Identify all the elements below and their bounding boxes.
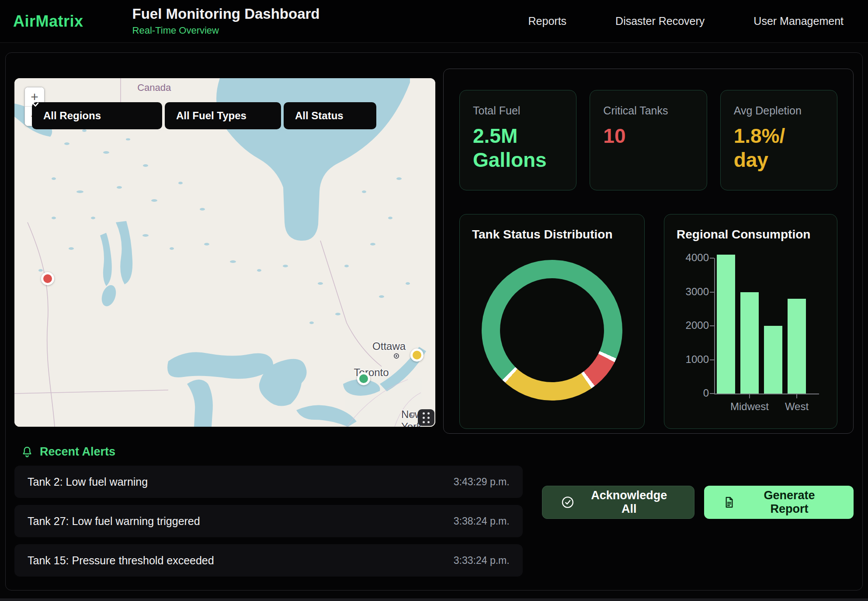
tank-status-card: Tank Status Distribution [459, 214, 645, 429]
alerts-list: Tank 2: Low fuel warning3:43:29 p.m.Tank… [14, 459, 523, 577]
filter-label: All Regions [43, 110, 101, 122]
nav-item-disaster-recovery[interactable]: Disaster Recovery [615, 15, 705, 28]
alert-row[interactable]: Tank 15: Pressure threshold exceeded3:33… [14, 544, 523, 577]
filter-label: All Status [295, 110, 344, 122]
tank-marker-normal[interactable] [357, 372, 370, 385]
y-axis-tick-mark [710, 325, 714, 326]
x-axis-tick-mark [749, 394, 750, 398]
stats-row: Total Fuel2.5M GallonsCritical Tanks10Av… [459, 90, 837, 190]
bar-region-3 [764, 326, 782, 394]
alert-timestamp: 3:43:29 p.m. [454, 476, 510, 488]
title-block: Fuel Monitoring Dashboard Real-Time Over… [132, 6, 320, 36]
bell-icon [21, 446, 34, 459]
generate-report-label: Generate Report [743, 489, 835, 516]
y-axis-tick-label: 3000 [681, 286, 709, 298]
donut-hole [500, 278, 604, 382]
page-subtitle: Real-Time Overview [132, 25, 320, 36]
stat-label: Total Fuel [473, 104, 563, 117]
y-axis-tick-label: 0 [681, 387, 709, 399]
city-icon [410, 413, 414, 417]
y-axis-tick-label: 2000 [681, 319, 709, 332]
alert-message: Tank 27: Low fuel warning triggered [28, 515, 200, 528]
map-label-canada: Canada [137, 82, 171, 93]
stat-card-critical-tanks: Critical Tanks10 [590, 90, 707, 190]
tank-marker-critical[interactable] [41, 272, 54, 285]
stat-value: 1.8%/ day [734, 124, 824, 172]
fuel-map[interactable]: + − All RegionsAll Fuel TypesAll Status … [14, 78, 435, 427]
bar-midwest [740, 292, 759, 394]
alert-row[interactable]: Tank 27: Low fuel warning triggered3:38:… [14, 505, 523, 537]
nav-item-user-management[interactable]: User Management [753, 15, 844, 28]
acknowledge-all-label: Acknowledge All [582, 489, 676, 516]
y-axis-tick-mark [710, 292, 714, 293]
acknowledge-all-button[interactable]: Acknowledge All [542, 486, 694, 519]
alert-row[interactable]: Tank 2: Low fuel warning3:43:29 p.m. [14, 466, 523, 498]
filter-dropdown-all-status[interactable]: All Status [284, 102, 376, 129]
stat-card-avg-depletion: Avg Depletion1.8%/ day [720, 90, 837, 190]
y-axis-tick-mark [710, 393, 714, 394]
map-filters: All RegionsAll Fuel TypesAll Status [32, 102, 376, 129]
window-bottom-strip [0, 598, 868, 601]
check-circle-icon [561, 495, 575, 509]
nav-item-reports[interactable]: Reports [528, 15, 567, 28]
filter-dropdown-all-fuel-types[interactable]: All Fuel Types [165, 102, 281, 129]
alert-timestamp: 3:38:24 p.m. [454, 515, 510, 527]
stat-value: 10 [603, 124, 693, 148]
alert-timestamp: 3:33:24 p.m. [454, 555, 510, 566]
alerts-heading-label: Recent Alerts [40, 445, 115, 459]
page-title: Fuel Monitoring Dashboard [132, 6, 320, 22]
x-axis-tick-label: West [785, 401, 809, 413]
recent-alerts-section: Recent Alerts Tank 2: Low fuel warning3:… [14, 445, 854, 577]
regional-consumption-card: Regional Consumption 01000200030004000Mi… [664, 214, 837, 429]
filter-label: All Fuel Types [176, 110, 247, 122]
map-label-ottawa: Ottawa [372, 340, 406, 352]
stat-card-total-fuel: Total Fuel2.5M Gallons [459, 90, 576, 190]
resize-drag-handle[interactable] [418, 409, 434, 426]
alerts-heading: Recent Alerts [14, 445, 854, 459]
alert-message: Tank 15: Pressure threshold exceeded [28, 554, 214, 567]
donut-chart-title: Tank Status Distribution [472, 228, 632, 242]
alert-message: Tank 2: Low fuel warning [28, 476, 148, 488]
regional-consumption-bar-chart: 01000200030004000MidwestWest [714, 267, 822, 411]
report-document-icon [722, 496, 736, 509]
main-container: + − All RegionsAll Fuel TypesAll Status … [5, 52, 863, 591]
main-nav: ReportsDisaster RecoveryUser Management [528, 15, 844, 28]
town-icon [394, 353, 399, 359]
filter-dropdown-all-regions[interactable]: All Regions [32, 102, 162, 129]
x-axis-tick-label: Midwest [730, 401, 769, 413]
y-axis-tick-label: 1000 [681, 353, 709, 366]
alert-actions: Acknowledge All Generate Report [542, 459, 854, 519]
app-logo: AirMatrix [13, 12, 83, 31]
tank-marker-warning[interactable] [410, 349, 424, 362]
x-axis-tick-mark [796, 394, 797, 398]
y-axis-tick-mark [710, 258, 714, 259]
tank-status-donut-chart [482, 260, 622, 401]
metrics-panel: Total Fuel2.5M GallonsCritical Tanks10Av… [443, 69, 854, 434]
generate-report-button[interactable]: Generate Report [704, 486, 854, 519]
stat-label: Critical Tanks [603, 104, 693, 117]
stat-value: 2.5M Gallons [473, 124, 563, 172]
y-axis-tick-label: 4000 [681, 252, 709, 264]
stat-label: Avg Depletion [734, 104, 824, 117]
bar-region-1 [717, 255, 735, 394]
header: AirMatrix Fuel Monitoring Dashboard Real… [0, 0, 868, 43]
bar-west [788, 299, 806, 394]
bar-chart-title: Regional Consumption [677, 228, 825, 242]
y-axis-tick-mark [710, 359, 714, 360]
